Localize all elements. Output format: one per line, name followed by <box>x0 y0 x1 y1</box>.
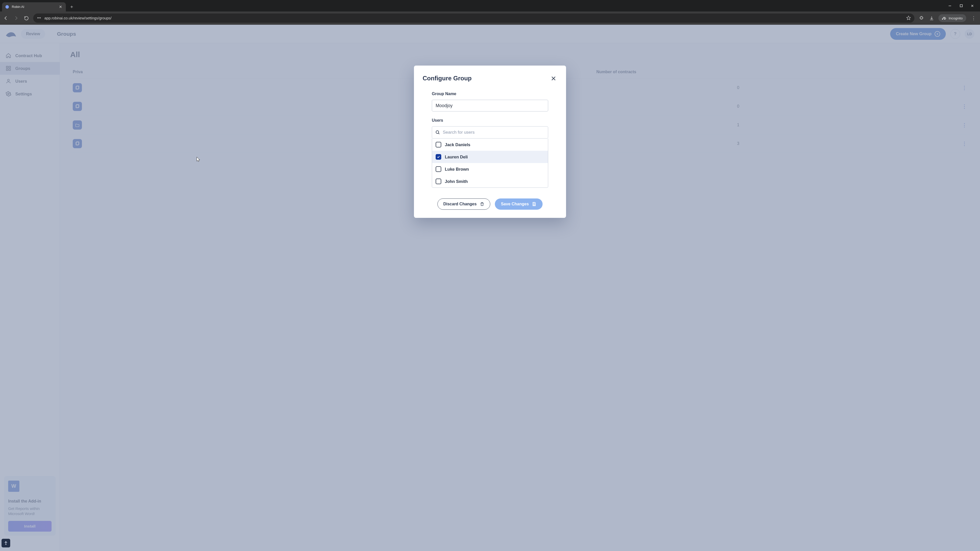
svg-point-24 <box>6 541 6 542</box>
user-search-input[interactable] <box>443 130 545 135</box>
user-option[interactable]: Luke Brown <box>432 163 548 175</box>
user-option[interactable]: Lauren Deli <box>432 151 548 163</box>
svg-rect-22 <box>533 202 535 203</box>
users-label: Users <box>432 118 557 123</box>
url-text: app.robinai.co.uk/review/settings/groups… <box>45 16 903 20</box>
incognito-label: Incognito <box>948 16 963 20</box>
tab-close-icon[interactable]: ✕ <box>59 5 62 9</box>
group-name-input[interactable] <box>432 100 548 111</box>
window-close[interactable]: ✕ <box>967 2 978 10</box>
svg-marker-6 <box>907 16 911 20</box>
svg-point-4 <box>40 17 41 18</box>
user-option[interactable]: Jack Daniels <box>432 138 548 151</box>
search-icon <box>435 130 440 135</box>
checkbox-icon[interactable] <box>436 179 441 184</box>
user-name: John Smith <box>445 179 468 184</box>
new-tab-button[interactable]: ＋ <box>69 3 74 10</box>
tabstrip: Robin AI ✕ ＋ ✕ <box>0 0 980 11</box>
svg-point-0 <box>5 5 9 8</box>
browser-chrome: Robin AI ✕ ＋ ✕ app.robinai.co.uk/review/… <box>0 0 980 25</box>
svg-point-3 <box>38 17 38 18</box>
svg-point-20 <box>436 130 439 133</box>
checkbox-icon[interactable] <box>436 166 441 172</box>
address-bar[interactable]: app.robinai.co.uk/review/settings/groups… <box>33 14 915 23</box>
user-name: Jack Daniels <box>445 142 470 147</box>
browser-toolbar: app.robinai.co.uk/review/settings/groups… <box>0 11 980 25</box>
bookmark-star-icon[interactable] <box>906 16 911 21</box>
window-controls: ✕ <box>944 0 978 11</box>
group-name-label: Group Name <box>432 92 557 96</box>
window-minimize[interactable] <box>944 2 956 10</box>
window-maximize[interactable] <box>956 2 967 10</box>
browser-tab[interactable]: Robin AI ✕ <box>2 2 66 11</box>
user-search[interactable] <box>432 126 548 138</box>
incognito-chip[interactable]: Incognito <box>939 14 966 22</box>
downloads-icon[interactable] <box>928 15 935 21</box>
discard-changes-button[interactable]: Discard Changes <box>438 198 490 210</box>
user-list: Jack Daniels Lauren Deli Luke Brown John… <box>432 138 548 188</box>
trash-icon <box>480 202 484 206</box>
forward-button <box>13 15 19 21</box>
extensions-icon[interactable] <box>918 15 924 21</box>
save-label: Save Changes <box>501 202 529 206</box>
user-name: Lauren Deli <box>445 155 468 159</box>
user-option[interactable]: John Smith <box>432 175 548 187</box>
svg-rect-2 <box>960 5 963 7</box>
incognito-icon <box>942 16 947 21</box>
save-changes-button[interactable]: Save Changes <box>495 198 542 210</box>
discard-label: Discard Changes <box>443 202 477 206</box>
tab-favicon-icon <box>5 5 9 9</box>
back-button[interactable] <box>3 15 9 21</box>
save-icon <box>532 202 536 206</box>
checkbox-icon[interactable] <box>436 142 441 148</box>
svg-rect-23 <box>533 204 535 206</box>
tab-title: Robin AI <box>12 5 56 9</box>
app-viewport: Review Groups Create New Group + ? LD Co… <box>0 25 980 551</box>
configure-group-modal: Configure Group ✕ Group Name Users Jack … <box>414 65 566 218</box>
svg-line-21 <box>438 133 439 134</box>
accessibility-fab[interactable] <box>2 539 10 548</box>
reload-button[interactable] <box>23 15 30 21</box>
modal-title: Configure Group <box>423 75 550 82</box>
browser-menu-icon[interactable]: ⋮ <box>970 15 977 21</box>
checkbox-checked-icon[interactable] <box>436 154 441 160</box>
site-info-icon[interactable] <box>37 16 41 21</box>
modal-close-icon[interactable]: ✕ <box>550 75 557 83</box>
user-name: Luke Brown <box>445 167 469 171</box>
